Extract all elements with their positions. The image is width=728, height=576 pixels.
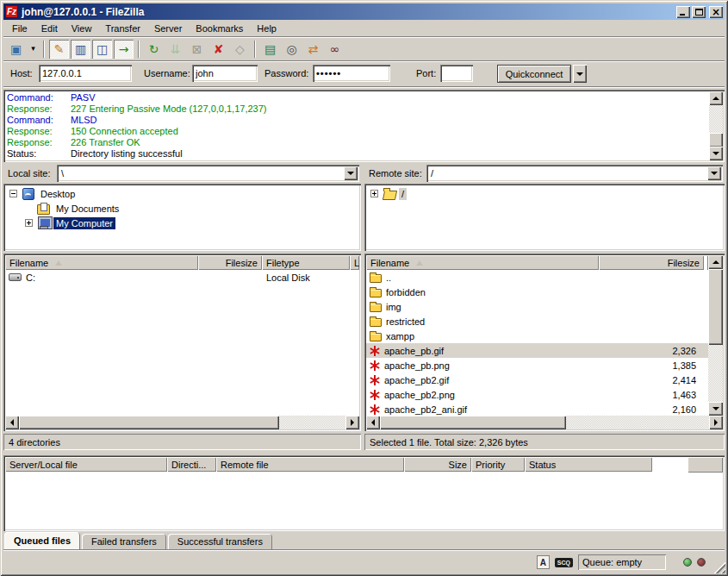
scroll-up-button[interactable]: [708, 255, 723, 269]
queue-tab[interactable]: Failed transfers: [82, 534, 166, 549]
chevron-down-icon: [711, 172, 718, 175]
scroll-thumb[interactable]: [708, 269, 723, 345]
scroll-left-button[interactable]: [5, 416, 19, 429]
local-site-dropdown-button[interactable]: [344, 166, 358, 180]
scroll-thumb[interactable]: [19, 416, 279, 429]
toggle-queue-icon[interactable]: →: [114, 40, 134, 59]
scroll-up-button[interactable]: [709, 91, 723, 105]
file-row[interactable]: apache_pb2.png 1,463: [366, 387, 708, 402]
column-header[interactable]: Status: [525, 457, 652, 472]
local-horizontal-scrollbar[interactable]: [5, 416, 359, 429]
column-header[interactable]: Size: [404, 457, 471, 472]
column-header[interactable]: Filesize: [198, 255, 262, 270]
local-site-combobox[interactable]: \: [57, 165, 359, 182]
tree-expander[interactable]: [370, 190, 378, 197]
disconnect-icon[interactable]: ✘: [208, 40, 228, 59]
socket-status-icon: SCQ: [555, 558, 573, 567]
scroll-thumb[interactable]: [380, 416, 566, 429]
maximize-button[interactable]: [692, 6, 706, 18]
file-row[interactable]: restricted: [366, 314, 708, 329]
log-line: Response:226 Transfer OK: [7, 137, 706, 148]
chevron-down-icon: [576, 72, 583, 76]
file-name: apache_pb.png: [384, 360, 450, 371]
scroll-down-button[interactable]: [708, 402, 723, 416]
scroll-right-button[interactable]: [709, 416, 723, 429]
toggle-remote-tree-icon[interactable]: ◫: [92, 40, 112, 59]
log-line-text: 227 Entering Passive Mode (127,0,0,1,17,…: [71, 103, 266, 114]
tree-expander[interactable]: [9, 190, 17, 197]
quickconnect-button[interactable]: Quickconnect: [497, 65, 571, 83]
file-row[interactable]: apache_pb2_ani.gif 2,160: [366, 402, 708, 416]
column-header[interactable]: L: [350, 255, 359, 270]
cancel-icon[interactable]: ⊠: [187, 40, 207, 59]
arrow-right-icon: [351, 419, 354, 426]
toggle-message-log-icon[interactable]: ✎: [49, 40, 69, 59]
file-row[interactable]: forbidden: [366, 285, 708, 299]
queue-tab[interactable]: Queued files: [4, 532, 80, 549]
tree-item[interactable]: My Computer: [3, 216, 361, 230]
file-row[interactable]: xampp: [366, 329, 708, 343]
close-button[interactable]: ×: [709, 6, 723, 18]
tree-item[interactable]: My Documents: [3, 201, 361, 216]
quickconnect-dropdown-button[interactable]: [573, 65, 587, 83]
compare-icon[interactable]: ◎: [282, 40, 302, 59]
log-line: Command:MLSD: [7, 115, 706, 126]
column-header[interactable]: Remote file: [216, 457, 404, 472]
tree-item-icon: [383, 187, 396, 200]
log-line: Response:150 Connection accepted: [7, 126, 706, 137]
cancel-operation-icon[interactable]: ◇: [230, 40, 250, 59]
tree-expander[interactable]: [25, 219, 33, 227]
file-row[interactable]: apache_pb2.gif 2,414: [366, 373, 708, 387]
remote-horizontal-scrollbar[interactable]: [366, 416, 723, 429]
username-input[interactable]: [192, 65, 258, 82]
menu-item[interactable]: File: [5, 22, 34, 35]
file-row[interactable]: ..: [366, 270, 708, 285]
file-icon: [370, 390, 380, 400]
menu-item[interactable]: Server: [147, 22, 189, 35]
remote-site-combobox[interactable]: /: [426, 165, 723, 182]
column-header[interactable]: Server/Local file: [5, 457, 167, 472]
file-row[interactable]: img: [366, 299, 708, 314]
password-input[interactable]: [313, 65, 390, 82]
file-size: 2,414: [599, 375, 704, 385]
toggle-local-tree-icon[interactable]: ▥: [71, 40, 90, 59]
column-header[interactable]: Priority: [471, 457, 525, 472]
port-input[interactable]: [440, 65, 473, 82]
menu-item[interactable]: Edit: [34, 22, 65, 35]
filezilla-window: Fz john@127.0.0.1 - FileZilla × FileEdit…: [0, 0, 728, 576]
menu-item[interactable]: Help: [250, 22, 283, 35]
scroll-left-button[interactable]: [366, 416, 380, 429]
host-input[interactable]: [39, 65, 132, 82]
site-manager-icon[interactable]: ▣: [6, 40, 26, 59]
scroll-thumb[interactable]: [709, 133, 723, 147]
column-header[interactable]: Filename: [366, 255, 599, 270]
file-row[interactable]: C: Local Disk: [5, 270, 359, 285]
menu-item[interactable]: Transfer: [98, 22, 147, 35]
window-title: john@127.0.0.1 - FileZilla: [22, 6, 144, 18]
tree-item[interactable]: Desktop: [3, 186, 361, 201]
log-scrollbar[interactable]: [709, 91, 723, 160]
remote-vertical-scrollbar[interactable]: [708, 255, 723, 416]
file-row[interactable]: apache_pb.gif 2,326: [366, 343, 708, 358]
tree-item[interactable]: /: [364, 186, 725, 201]
remote-site-dropdown-button[interactable]: [707, 166, 721, 180]
refresh-icon[interactable]: ↻: [144, 40, 164, 59]
minimize-button[interactable]: [676, 6, 690, 18]
process-queue-icon[interactable]: ⇊: [165, 40, 185, 59]
find-icon[interactable]: ∞: [325, 40, 345, 59]
column-header[interactable]: Filename: [5, 255, 198, 270]
scroll-down-button[interactable]: [709, 147, 723, 160]
site-manager-dropdown-icon[interactable]: ▾: [28, 40, 39, 59]
column-header[interactable]: Filetype: [262, 255, 350, 270]
filter-icon[interactable]: ▤: [260, 40, 280, 59]
file-row[interactable]: apache_pb.png 1,385: [366, 358, 708, 373]
sync-browse-icon[interactable]: ⇄: [303, 40, 323, 59]
column-label: Priority: [476, 460, 505, 470]
column-header[interactable]: Filesize: [599, 255, 704, 270]
queue-tab[interactable]: Successful transfers: [168, 534, 272, 549]
scroll-right-button[interactable]: [345, 416, 359, 429]
separator: [3, 549, 725, 551]
menu-item[interactable]: Bookmarks: [189, 22, 250, 35]
menu-item[interactable]: View: [65, 22, 99, 35]
column-header[interactable]: Directi...: [167, 457, 216, 472]
